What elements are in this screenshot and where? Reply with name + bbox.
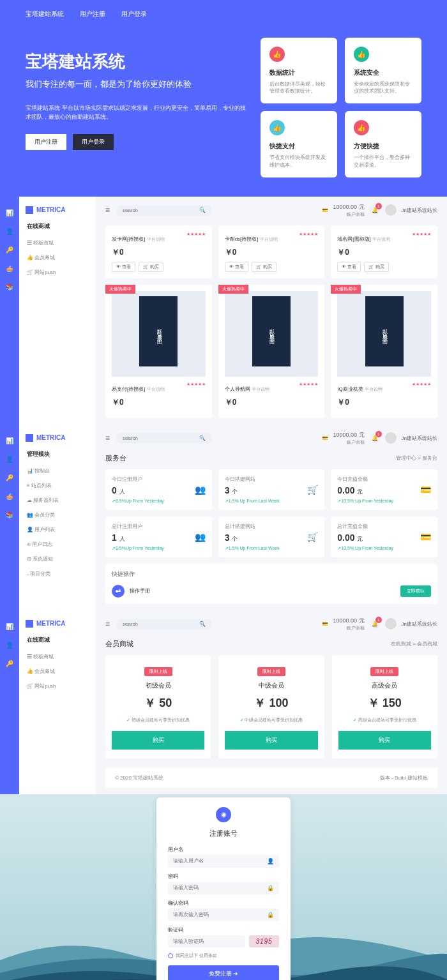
buy-button[interactable]: 🛒 购买 [364,262,389,272]
star-icon: ★★★★★ [186,232,206,237]
field-icon: 👤 [267,858,274,864]
search-input[interactable] [123,621,199,627]
sidebar-item[interactable]: 👍 会员商城 [19,250,96,265]
product-title: 卡耐ds[待授权] 平台说明 [225,236,278,242]
sidebar-item[interactable]: ⊞ 系统通知 [19,552,96,566]
wallet-icon[interactable]: 💳 [322,621,328,627]
vertical-rail: 📊 👤 🔑 [0,610,19,794]
logo[interactable]: METRICA [19,617,96,631]
search-box[interactable]: 🔍 [116,433,212,444]
register-submit-button[interactable]: 免费注册 ➔ [168,965,279,980]
rail-icon[interactable]: 👤 [6,456,13,463]
hamburger-icon[interactable]: ≡ [105,433,110,442]
input-field[interactable]: 🔒 [168,908,279,921]
input-field[interactable]: 👤 [168,855,279,868]
wallet-icon[interactable]: 💳 [322,435,328,441]
rail-icon[interactable]: 👤 [6,642,13,649]
stats-dashboard: 📊 👤 🔑 🥧 📚 METRICA 管理模块 📊 控制台≡ 站点列表☁ 服务器列… [0,425,447,610]
sidebar-item[interactable]: 👍 会员商城 [19,664,96,679]
sidebar-item[interactable]: 👥 会员分类 [19,508,96,522]
text-input[interactable] [173,885,267,891]
rail-icon[interactable]: 👤 [6,228,13,235]
user-name[interactable]: Jn建站系统站长 [402,207,437,214]
rail-icon[interactable]: 📚 [6,283,13,290]
rail-icon[interactable]: 🔑 [6,474,13,481]
stat-trend: ↗1.5% Up From Last Week [225,499,319,504]
captcha-field[interactable] [168,935,245,947]
rail-icon[interactable]: 🥧 [6,493,13,500]
buy-plan-button[interactable]: 购买 [338,731,431,750]
rail-icon[interactable]: 📚 [6,511,13,518]
sidebar-item[interactable]: 🛒 网站push [19,265,96,280]
logo[interactable]: METRICA [19,203,96,217]
plan-badge: 限时上线 [370,667,398,676]
text-input[interactable] [173,858,267,864]
rail-icon[interactable]: 📊 [6,623,13,630]
product-title: 个人导航网 平台说明 [225,386,269,392]
wallet-icon[interactable]: 💳 [322,207,328,213]
rail-icon[interactable]: 🔑 [6,660,13,667]
view-button[interactable]: 👁 查看 [337,262,361,272]
register-button[interactable]: 用户注册 [26,134,66,150]
hamburger-icon[interactable]: ≡ [105,206,110,215]
field-icon: 🔒 [267,912,274,918]
sidebar-item[interactable]: ≡ 站点列表 [19,478,96,493]
rail-icon[interactable]: 📊 [6,209,13,216]
search-box[interactable]: 🔍 [116,205,212,216]
input-field[interactable]: 🔒 [168,882,279,894]
captcha-image[interactable]: 3195 [249,935,279,947]
product-image: 默认展示图 [365,296,404,366]
user-name[interactable]: Jn建站系统站长 [402,435,437,442]
view-button[interactable]: 👁 查看 [112,262,135,272]
nav-brand[interactable]: 宝塔建站系统 [26,10,64,19]
view-button[interactable]: 👁 查看 [225,262,248,272]
buy-button[interactable]: 🛒 购买 [139,262,163,272]
sidebar-item[interactable]: 🛒 网站push [19,679,96,693]
buy-button[interactable]: 🛒 购买 [252,262,277,272]
nav-login[interactable]: 用户登录 [121,10,147,19]
membership-card: 限时上线 中级会员 ￥ 100 中级会员建站可享受折扣优惠 购买 [218,655,324,758]
stat-trend: ↗10.5% Up From Yesterday [337,546,431,551]
avatar[interactable] [385,204,397,216]
rail-icon[interactable]: 📊 [6,437,13,444]
search-box[interactable]: 🔍 [116,619,212,629]
hot-badge: 火爆热卖中 [218,285,248,294]
agree-radio[interactable] [168,953,173,958]
hamburger-icon[interactable]: ≡ [105,619,110,628]
sidebar-item[interactable]: 👤 用户列表 [19,522,96,537]
sidebar-item[interactable]: 📊 控制台 [19,464,96,478]
search-icon[interactable]: 🔍 [199,621,206,627]
captcha-input[interactable] [173,939,240,944]
sidebar-item[interactable]: - 项目分类 [19,566,96,581]
search-input[interactable] [123,207,199,213]
card-title: 系统安全 [354,68,413,77]
product-card: 火爆热卖中 默认展示图 个人导航网 平台说明 ★★★★★ ￥0 [218,285,325,418]
nav-register[interactable]: 用户注册 [80,10,105,19]
sidebar-item[interactable]: ⊕ 用户日志 [19,537,96,552]
search-input[interactable] [123,435,199,441]
agree-row[interactable]: 我同意以下 使用条款 [168,953,279,959]
field-icon: 🔒 [267,885,274,891]
bell-icon[interactable]: 🔔1 [370,433,380,443]
sidebar-heading: 在线商城 [19,631,96,649]
avatar[interactable] [385,618,397,629]
buy-plan-button[interactable]: 购买 [112,731,204,750]
logo[interactable]: METRICA [19,431,96,445]
rail-icon[interactable]: 🥧 [6,265,13,272]
avatar[interactable] [385,432,397,444]
search-icon[interactable]: 🔍 [199,207,206,213]
bell-icon[interactable]: 🔔1 [370,619,380,629]
text-input[interactable] [173,912,267,917]
search-icon[interactable]: 🔍 [199,435,206,441]
quick-button[interactable]: 立即前往 [400,585,431,597]
buy-plan-button[interactable]: 购买 [225,731,317,750]
login-button[interactable]: 用户登录 [73,134,114,150]
sidebar-item[interactable]: ☁ 服务器列表 [19,493,96,508]
rail-icon[interactable]: 🔑 [6,246,13,253]
stat-label: 总计充值金额 [337,523,431,530]
register-card: ◉ 注册账号 用户名 👤 密码 🔒 确认密码 🔒 验证码 3195 我同意以下 … [156,797,291,980]
sidebar-item[interactable]: ☰ 模板商城 [19,649,96,664]
bell-icon[interactable]: 🔔1 [370,205,380,215]
sidebar-item[interactable]: ☰ 模板商城 [19,236,96,250]
user-name[interactable]: Jn建站系统站长 [402,621,437,628]
